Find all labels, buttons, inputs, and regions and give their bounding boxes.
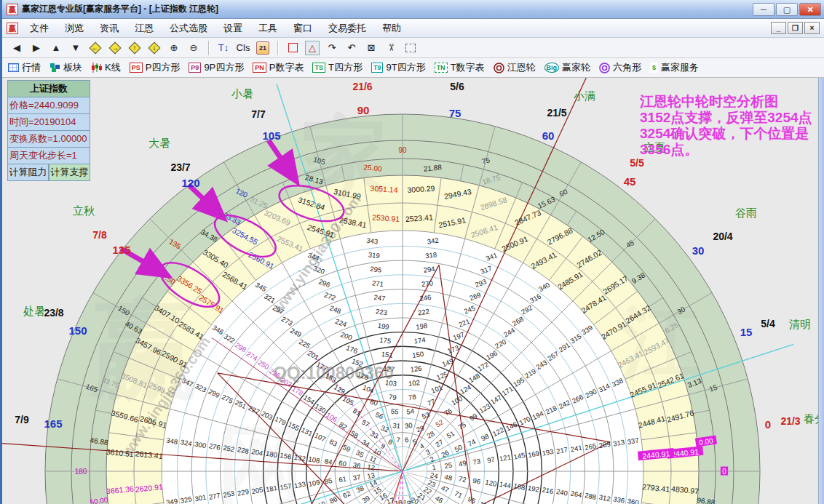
spiral-number: 12 [366,463,375,472]
spiral-number: 150 [412,350,424,359]
9t-sifangxing-button[interactable]: T99T四方形 [371,61,426,74]
nav-down-icon: ▼ [71,42,81,53]
menu-logo-icon: 赢 [7,23,18,34]
diamond-up-button[interactable]: ↑ [127,41,142,55]
p-shuzibiao-button[interactable]: PNP数字表 [253,61,304,74]
inner-price-label: 2530.91 [372,213,400,223]
main-toolbar: ◀▶▲▼←→↑↓⊕⊖T↕Cls21△↷↶⊠✂ [2,38,824,58]
calc-support-button[interactable]: 计算支撑 [49,164,90,181]
menu-资讯[interactable]: 资讯 [92,19,127,38]
t-sifangxing-label: T四方形 [328,61,363,74]
menu-设置[interactable]: 设置 [215,19,250,38]
calendar-icon: 21 [256,41,269,55]
kxian-label: K线 [105,61,121,74]
cls-button[interactable]: Cls [236,41,250,55]
watermark: 赢 [88,288,199,410]
inner-price-label: 2523.41 [405,213,433,223]
mdi-minimize-button[interactable]: _ [771,22,786,34]
liujiaoxing-button[interactable]: 六角形 [599,61,641,74]
mdi-close-button[interactable]: × [804,22,820,34]
toolbar-separator [277,41,278,55]
date-label: 21/6 [352,81,372,92]
select-box-button[interactable] [403,41,418,55]
yingjiafuwu-button[interactable]: $赢家服务 [650,61,699,74]
spiral-number: 37 [352,473,361,482]
time-axis-icon: T↕ [218,42,229,53]
spiral-number: 295 [370,265,382,274]
yingjiafuwu-label: 赢家服务 [661,61,699,74]
menu-文件[interactable]: 文件 [22,19,57,38]
spiral-number: 97 [486,455,495,465]
yingjialun-button[interactable]: Big赢家轮 [544,61,591,74]
degree-label: 0 [765,418,771,431]
spiral-number: 49 [458,459,467,468]
jiangenlun-button[interactable]: 江恩轮 [494,61,536,74]
diamond-right-button[interactable]: → [108,41,122,55]
maximize-button[interactable]: ▢ [776,3,798,16]
solar-term-label: 小满 [573,89,595,102]
p-sifangxing-button[interactable]: PSP四方形 [130,61,181,74]
crosshair-icon: ✂ [386,44,397,52]
close-button[interactable]: ✕ [799,3,821,16]
t-sifangxing-icon: TS [312,63,325,73]
panel-row: 时间=20190104 [7,114,90,131]
date-label: 23/8 [44,307,63,319]
degree-label: 150 [68,324,87,337]
yingjialun-icon: Big [544,63,560,73]
diamond-up-icon: ↑ [129,42,140,54]
p-sifangxing-label: P四方形 [146,61,181,74]
9t-sifangxing-label: 9T四方形 [386,61,425,74]
zoom-out-button[interactable]: ⊖ [186,41,201,55]
candlestick-icon [91,63,102,73]
spiral-number: 60 [338,459,346,468]
spiral-number: 349 [165,497,178,504]
9p-sifangxing-button[interactable]: P99P四方形 [189,61,244,74]
menu-窗口[interactable]: 窗口 [285,19,320,38]
menu-公式选股[interactable]: 公式选股 [162,19,215,38]
spiral-number: 294 [423,265,435,274]
annotation-line: 3152点支撑，反弹至3254点 [640,110,824,126]
hangqing-button[interactable]: 行情 [8,61,41,74]
crosshair-button[interactable]: ✂ [384,41,398,55]
date-label: 7/8 [92,229,107,241]
diamond-left-icon: ← [90,42,101,54]
menu-帮助[interactable]: 帮助 [374,19,409,38]
minimize-button[interactable]: ─ [753,3,775,16]
time-axis-button[interactable]: T↕ [216,41,231,55]
spiral-number: 48 [444,473,453,482]
kxian-button[interactable]: K线 [91,61,121,74]
diamond-left-button[interactable]: ← [88,41,103,55]
yingjialun-label: 赢家轮 [562,61,590,74]
t-sifangxing-button[interactable]: TST四方形 [312,61,362,74]
menu-交易委托[interactable]: 交易委托 [320,19,374,38]
arc-ccw-button[interactable]: ↶ [344,41,359,55]
t-shuzibiao-icon: TN [435,63,448,73]
menu-工具[interactable]: 工具 [250,19,285,38]
calc-resistance-button[interactable]: 计算阻力 [7,164,49,181]
zoom-in-button[interactable]: ⊕ [167,41,181,55]
nav-up-button[interactable]: ▲ [49,41,63,55]
diamond-down-button[interactable]: ↓ [147,41,162,55]
nav-forward-button[interactable]: ▶ [29,41,44,55]
t-shuzibiao-button[interactable]: TNT数字表 [435,61,485,74]
degree-label: 75 [449,107,461,119]
degree-ring-label: 180 [75,468,87,476]
degree-label: 135 [112,244,130,256]
square-tool-button[interactable] [285,41,300,55]
spiral-number: 72 [458,474,467,484]
zoom-in-icon: ⊕ [170,42,178,53]
menu-浏览[interactable]: 浏览 [57,19,92,38]
menu-江恩[interactable]: 江恩 [127,19,162,38]
bankuai-button[interactable]: 板块 [49,61,82,74]
spiral-number: 360 [627,497,640,504]
nav-back-button[interactable]: ◀ [9,41,24,55]
mdi-restore-button[interactable]: ❐ [788,22,803,34]
calendar-21-button[interactable]: 21 [255,41,270,55]
jiangenlun-icon [494,63,504,73]
nav-down-button[interactable]: ▼ [68,41,83,55]
triangle-tool-button[interactable]: △ [305,41,320,55]
spiral-number: 246 [419,293,432,303]
box-x-button[interactable]: ⊠ [364,41,379,55]
spiral-number: 198 [416,321,428,331]
arc-cw-button[interactable]: ↷ [325,41,339,55]
